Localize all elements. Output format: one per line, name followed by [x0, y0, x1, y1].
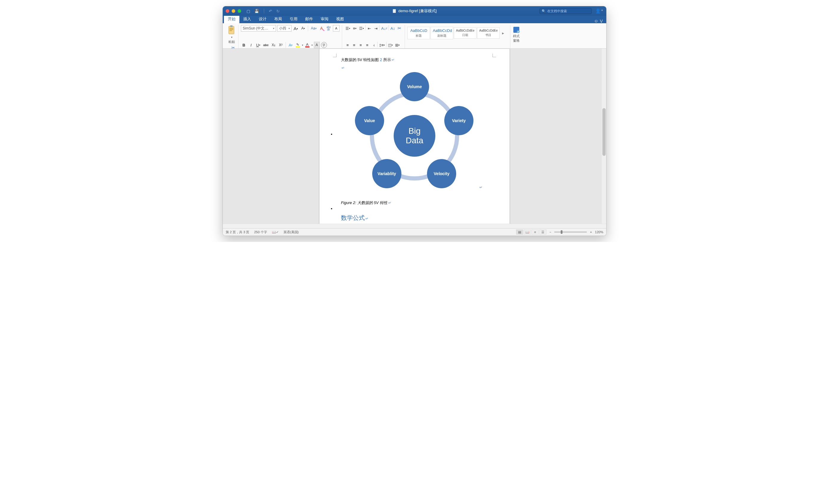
font-color-button[interactable]: A	[304, 42, 310, 48]
tab-design[interactable]: 设计	[255, 15, 271, 23]
shading-icon[interactable]: ◫▾	[387, 42, 394, 48]
show-marks-icon[interactable]: ✂	[396, 25, 402, 32]
share-icon[interactable]: 👤⁺	[595, 8, 603, 14]
tab-insert[interactable]: 插入	[240, 15, 255, 23]
separator	[386, 42, 387, 47]
decrease-indent-icon[interactable]: ⇤	[366, 25, 372, 32]
clear-format-icon[interactable]: A✎	[319, 25, 325, 32]
style-date[interactable]: AaBbCcDdEe 日期	[454, 27, 476, 39]
paste-label: 粘贴	[228, 40, 235, 44]
enclose-char-icon[interactable]: 字	[321, 42, 327, 48]
align-left-icon[interactable]: ≡	[345, 42, 351, 48]
styles-pane-button[interactable]: 样式 窗格	[513, 26, 520, 43]
node-velocity: Velocity	[427, 159, 456, 188]
tab-references[interactable]: 引用	[286, 15, 301, 23]
paste-arrow-icon[interactable]: ▾	[231, 36, 232, 39]
status-language[interactable]: 英语(美国)	[284, 230, 299, 235]
distribute-icon[interactable]: ⫞	[371, 42, 377, 48]
align-center-icon[interactable]: ≡	[351, 42, 357, 48]
redo-icon[interactable]: ↻	[276, 9, 280, 13]
svg-rect-2	[230, 25, 232, 27]
outline-view-icon[interactable]: ☰	[539, 229, 546, 235]
auto-save-icon[interactable]: ▢	[247, 9, 250, 13]
svg-point-7	[517, 30, 519, 33]
page[interactable]: 大数据的 5V 特性如图 2 所示↵ ↵ ▪ Big Data Volume V…	[319, 48, 510, 224]
word-file-icon	[393, 9, 397, 13]
highlight-arrow-icon[interactable]: ▾	[302, 44, 303, 46]
zoom-out-icon[interactable]: −	[549, 230, 551, 234]
char-shading-icon[interactable]: A	[314, 42, 320, 48]
cross-ref-number[interactable]: 2	[380, 58, 382, 62]
status-page[interactable]: 第 2 页，共 3 页	[226, 230, 249, 235]
numbering-icon[interactable]: ≡▾	[352, 25, 358, 32]
multilevel-list-icon[interactable]: ☲▾	[358, 25, 365, 32]
highlight-button[interactable]: ✎	[295, 42, 301, 48]
node-variety: Variety	[444, 106, 473, 135]
style-heading[interactable]: AaBbCcD 标题	[407, 27, 430, 39]
close-window[interactable]	[226, 9, 229, 13]
zoom-slider[interactable]	[554, 231, 587, 232]
borders-icon[interactable]: ⊞▾	[394, 42, 400, 48]
strikethrough-button[interactable]: abc	[262, 42, 269, 48]
caption-text: Figure 2: 大数据的 5V 特性	[341, 201, 387, 205]
char-border-icon[interactable]: A	[333, 25, 339, 32]
figure-caption[interactable]: Figure 2: 大数据的 5V 特性↵	[341, 200, 488, 206]
phonetic-guide-icon[interactable]: abc拼	[326, 25, 332, 32]
styles-more-icon[interactable]: ▸	[500, 31, 506, 35]
shrink-font-icon[interactable]: A▾	[300, 25, 306, 32]
zoom-value[interactable]: 120%	[595, 230, 603, 234]
smartart-diagram[interactable]: Big Data Volume Variety Velocity Variabl…	[352, 73, 477, 199]
read-mode-view-icon[interactable]: 📖	[524, 229, 531, 235]
smiley-feedback-icon[interactable]: ☺	[594, 19, 598, 23]
search-icon: 🔍	[542, 9, 546, 13]
increase-indent-icon[interactable]: ⇥	[373, 25, 379, 32]
change-case-icon[interactable]: Aa▾	[310, 25, 317, 32]
search-input[interactable]: 🔍 在文档中搜索	[540, 8, 592, 14]
grow-font-icon[interactable]: A▴	[293, 25, 299, 32]
heading-text: 数学公式	[341, 214, 365, 221]
scrollbar-thumb[interactable]	[602, 108, 606, 156]
tab-view[interactable]: 视图	[332, 15, 348, 23]
ribbon: ▾ 粘贴 ✂ ⧉ 🖌 SimSun (中文…▾ 小四▾ A▴ A▾ Aa▾ A✎…	[223, 23, 606, 48]
text-direction-icon[interactable]: A↕	[390, 25, 396, 32]
paragraph-mark-icon: ↵	[341, 66, 345, 70]
underline-button[interactable]: U▾	[255, 42, 261, 48]
tab-home[interactable]: 开始	[224, 15, 240, 23]
align-right-icon[interactable]: ≡	[358, 42, 364, 48]
scrollbar-vertical[interactable]	[602, 48, 606, 224]
style-subtitle[interactable]: AaBbCcDd 副标题	[431, 27, 453, 39]
tab-layout[interactable]: 布局	[271, 15, 286, 23]
save-icon[interactable]: 💾	[254, 9, 259, 13]
style-bibliography[interactable]: AaBbCcDdEe 书目	[477, 27, 500, 39]
font-name-combo[interactable]: SimSun (中文…▾	[241, 25, 276, 32]
heading-math[interactable]: 数学公式↵	[341, 214, 488, 222]
line-spacing-icon[interactable]: ‡≡▾	[378, 42, 386, 48]
paste-icon[interactable]	[227, 25, 236, 35]
tab-mailings[interactable]: 邮件	[301, 15, 317, 23]
tab-review[interactable]: 审阅	[317, 15, 332, 23]
web-layout-view-icon[interactable]: ≡	[532, 229, 539, 235]
superscript-button[interactable]: X²	[278, 42, 284, 48]
empty-paragraph[interactable]: ↵	[341, 66, 488, 70]
fullscreen-window[interactable]	[238, 9, 241, 13]
text-effects-icon[interactable]: A▾	[288, 42, 294, 48]
minimize-window[interactable]	[232, 9, 235, 13]
justify-icon[interactable]: ≡	[364, 42, 370, 48]
body-paragraph[interactable]: 大数据的 5V 特性如图 2 所示↵	[341, 57, 488, 63]
document-area[interactable]: 大数据的 5V 特性如图 2 所示↵ ↵ ▪ Big Data Volume V…	[223, 48, 606, 224]
sort-icon[interactable]: A↓Z	[380, 25, 388, 32]
bullets-icon[interactable]: ☰▾	[345, 25, 351, 32]
font-color-arrow-icon[interactable]: ▾	[312, 44, 313, 46]
scrollbar-horizontal[interactable]	[223, 224, 606, 228]
font-group: SimSun (中文…▾ 小四▾ A▴ A▾ Aa▾ A✎ abc拼 A B I…	[239, 25, 342, 48]
italic-button[interactable]: I	[248, 42, 254, 48]
status-word-count[interactable]: 250 个字	[254, 230, 267, 235]
spellcheck-icon[interactable]: 📖✓	[272, 230, 279, 234]
font-size-combo[interactable]: 小四▾	[277, 25, 291, 32]
undo-icon[interactable]: ↶	[269, 9, 272, 13]
collapse-ribbon-icon[interactable]: ⋁	[600, 19, 603, 23]
print-layout-view-icon[interactable]: ▤	[516, 229, 523, 235]
subscript-button[interactable]: X₂	[271, 42, 277, 48]
zoom-in-icon[interactable]: +	[590, 230, 592, 234]
bold-button[interactable]: B	[241, 42, 247, 48]
